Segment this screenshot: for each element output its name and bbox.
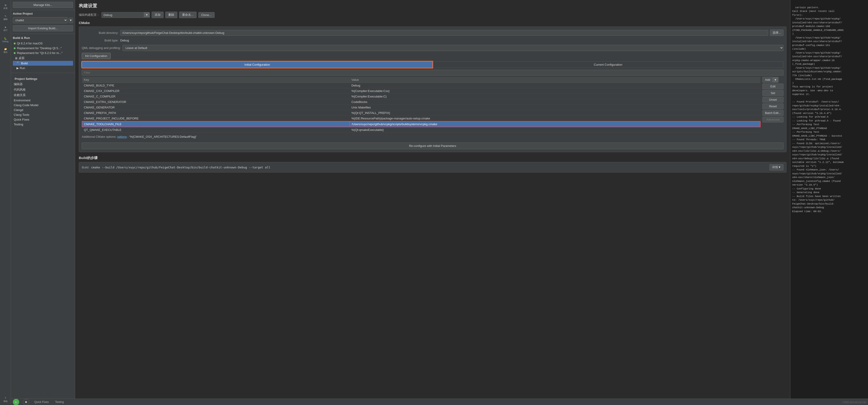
config-select-input[interactable] <box>102 12 144 18</box>
table-cell-value: %{Compiler:Executable:Cxx} <box>350 88 761 94</box>
reconfigure-button[interactable]: Re-configure with Initial Parameters <box>82 142 783 149</box>
cmake-options-link[interactable]: options <box>117 135 127 138</box>
rename-config-button[interactable]: 重命名... <box>179 12 196 18</box>
table-cell-value: %{Compiler:Executable:C} <box>350 94 761 99</box>
table-cell-value: /Users/xuyc/repo/github/vcpkg/scripts/bu… <box>350 121 761 127</box>
build-config-qt620[interactable]: Replacement for "Qt 6.2.0 for m..." <box>13 50 73 55</box>
browse-button[interactable]: 选择... <box>770 30 783 36</box>
output-panel: certain pattern. Call Stack (most recent… <box>790 0 868 405</box>
table-cell-key: CMAKE_EXTRA_GENERATOR <box>82 99 350 105</box>
add-btn-group: Add ▼ <box>763 77 783 82</box>
sidebar-item-welcome[interactable]: ⊞ 欢迎 <box>0 2 10 12</box>
manage-kits-button[interactable]: Manage Kits... <box>13 2 73 8</box>
setting-code-style[interactable]: 代码风格 <box>13 87 73 93</box>
table-cell-key: CMAKE_PREFIX_PATH <box>82 110 350 116</box>
details-button[interactable]: 详情▼ <box>770 164 783 170</box>
table-row[interactable]: CMAKE_PREFIX_PATH%{Qt:QT_INSTALL_PREFIX} <box>82 110 761 116</box>
cmake-box: Build directory: 选择... Build type: Debug… <box>79 27 786 152</box>
table-row[interactable]: CMAKE_TOOLCHAIN_FILE/Users/xuyc/repo/git… <box>82 121 761 127</box>
setting-quick-fixes[interactable]: Quick Fixes <box>13 117 73 122</box>
sidebar-item-edit[interactable]: ✎ 编辑 <box>0 13 10 23</box>
advanced-cmake-button[interactable]: Advanced <box>763 117 783 123</box>
reset-cmake-button[interactable]: Reset <box>763 103 783 109</box>
quick-fixes-label[interactable]: Quick Fixes <box>33 400 50 404</box>
kit-select-arrow[interactable]: ▼ <box>68 18 73 23</box>
cmake-options-value: '%{CMAKE_OSX_ARCHITECTURES:DefaultFlag}' <box>129 135 196 138</box>
build-config-qt624[interactable]: Qt 6.2.4 for macOS <box>13 41 73 46</box>
delete-config-button[interactable]: 删除 <box>165 12 177 18</box>
batch-edit-cmake-button[interactable]: Batch Edit... <box>763 110 783 116</box>
table-row[interactable]: CMAKE_PROJECT_INCLUDE_BEFORE%{IDE:Resour… <box>82 116 761 122</box>
desktop-tree-parent[interactable]: 🖥 桌面 <box>13 55 73 61</box>
table-cell-key: CMAKE_BUILD_TYPE <box>82 83 350 88</box>
table-row[interactable]: CMAKE_GENERATORUnix Makefiles <box>82 105 761 110</box>
cmake-table-container: Key Value CMAKE_BUILD_TYPEDebugCMAKE_CXX… <box>82 77 761 133</box>
config-bar: 编辑构建配置： ▼ 添加 删除 重命名... Clone... <box>79 12 786 18</box>
import-existing-build-button[interactable]: Import Existing Build... <box>13 25 73 31</box>
testing-label[interactable]: Testing <box>54 400 65 404</box>
add-cmake-button[interactable]: Add <box>763 77 773 82</box>
build-dir-input[interactable] <box>120 30 768 36</box>
table-row[interactable]: QT_QMAKE_EXECUTABLE%{Qt:qmakeExecutable} <box>82 127 761 133</box>
build-dir-row: Build directory: 选择... <box>82 30 783 36</box>
clone-config-button[interactable]: Clone... <box>198 12 215 18</box>
qml-debug-label: QML debugging and profiling: <box>82 46 121 49</box>
left-panel: Manage Kits... Active Project chatkit ▼ … <box>11 0 75 405</box>
stop-button[interactable]: ⏹ <box>23 399 29 405</box>
play-icon: ▶ <box>15 400 17 404</box>
filter-row <box>82 70 783 75</box>
add-config-button[interactable]: 添加 <box>152 12 163 18</box>
run-tree-item[interactable]: ▶ Run <box>13 66 73 70</box>
sidebar-item-project[interactable]: 📁 项目 <box>0 46 10 56</box>
unset-cmake-button[interactable]: Unset <box>763 97 783 102</box>
set-cmake-button[interactable]: Set <box>763 90 783 96</box>
setting-testing[interactable]: Testing <box>13 122 73 127</box>
table-row[interactable]: CMAKE_CXX_COMPILER%{Compiler:Executable:… <box>82 88 761 94</box>
table-cell-value: %{IDE:ResourcePath}/package-manager/auto… <box>350 116 761 122</box>
setting-clang-code-model[interactable]: Clang Code Model <box>13 103 73 107</box>
setting-dependencies[interactable]: 依赖关系 <box>13 93 73 98</box>
edit-icon: ✎ <box>5 15 6 18</box>
build-type-row: Build type: Debug <box>82 38 783 43</box>
status-dot-green-2 <box>14 47 16 49</box>
kit-select-row: chatkit ▼ <box>11 16 75 24</box>
sidebar-item-design[interactable]: ◈ 设计 <box>0 24 10 34</box>
setting-editor[interactable]: 编辑器 <box>13 81 73 87</box>
table-row[interactable]: CMAKE_C_COMPILER%{Compiler:Executable:C} <box>82 94 761 99</box>
build-steps-title: Build的步骤 <box>79 156 786 160</box>
active-project-title: Active Project <box>11 10 75 16</box>
table-cell-key: CMAKE_C_COMPILER <box>82 94 350 99</box>
table-cell-key: QT_QMAKE_EXECUTABLE <box>82 127 350 133</box>
csdn-badge: CSDN @Go和分析式M <box>843 401 866 404</box>
col-value: Value <box>350 77 761 83</box>
sidebar-item-help[interactable]: ? 帮助 <box>0 395 10 405</box>
edit-cmake-button[interactable]: Edit <box>763 83 783 89</box>
config-select-arrow-btn[interactable]: ▼ <box>144 12 150 18</box>
setting-clangd[interactable]: Clangd <box>13 107 73 112</box>
build-config-desktop-qt5[interactable]: Replacement for "Desktop Qt 5..." <box>13 46 73 50</box>
table-cell-value: %{Qt:qmakeExecutable} <box>350 127 761 133</box>
build-dir-label: Build directory: <box>82 31 118 35</box>
cmake-table: Key Value CMAKE_BUILD_TYPEDebugCMAKE_CXX… <box>82 77 761 133</box>
tab-initial-configuration[interactable]: Initial Configuration <box>82 61 433 68</box>
table-cell-key: CMAKE_TOOLCHAIN_FILE <box>82 121 350 127</box>
setting-clang-tools[interactable]: Clang Tools <box>13 112 73 117</box>
debug-icon: 🐛 <box>4 37 7 40</box>
kit-configuration-button[interactable]: Kit Configuration <box>82 53 111 59</box>
page-title: 构建设置 <box>79 3 786 9</box>
col-key: Key <box>82 77 350 83</box>
add-cmake-arrow-button[interactable]: ▼ <box>773 77 778 82</box>
qml-debug-select[interactable]: Leave at Default <box>123 45 783 51</box>
sidebar-item-debug[interactable]: 🐛 Debug <box>0 35 10 45</box>
table-row[interactable]: CMAKE_BUILD_TYPEDebug <box>82 83 761 88</box>
table-row[interactable]: CMAKE_EXTRA_GENERATORCodeBlocks <box>82 99 761 105</box>
kit-select[interactable]: chatkit <box>13 17 68 23</box>
stop-icon: ⏹ <box>25 400 28 404</box>
filter-input[interactable] <box>82 70 783 75</box>
play-button[interactable]: ▶ <box>13 399 19 405</box>
setting-environment[interactable]: Environment <box>13 98 73 103</box>
status-dot-green <box>14 42 16 44</box>
build-tree-item[interactable]: 🔨 Build <box>13 61 73 66</box>
tab-current-configuration[interactable]: Current Configuration <box>433 61 783 68</box>
table-cell-key: CMAKE_CXX_COMPILER <box>82 88 350 94</box>
